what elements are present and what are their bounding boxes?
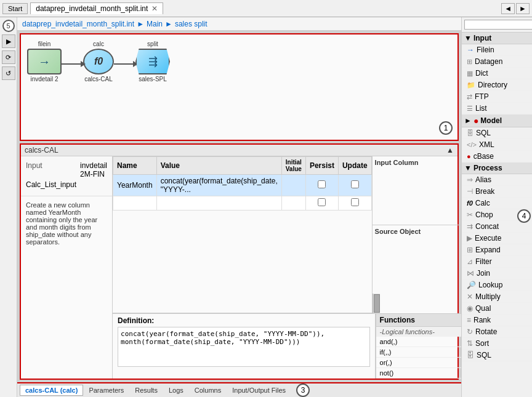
scroll-thumb[interactable]	[374, 294, 380, 313]
sql2-icon: 🗄	[467, 351, 474, 359]
func-category-logical: -Logical functions-	[376, 327, 461, 337]
nav-next-button[interactable]: ►	[516, 3, 530, 14]
right-panels-scrollbar[interactable]	[373, 294, 380, 313]
tab-columns[interactable]: Columns	[189, 385, 227, 396]
cell-value: concat(year(format_date(ship_date, "YYYY…	[156, 175, 281, 196]
cell-persist[interactable]	[305, 175, 338, 196]
calcs-collapse-icon[interactable]: ▲	[446, 146, 454, 154]
sidebar-category-model[interactable]: ► ● Model	[462, 114, 532, 127]
sidebar-category-input[interactable]: ▼ Input	[462, 33, 532, 44]
multiply-icon: ✕	[467, 292, 473, 301]
sidebar-item-lookup[interactable]: 🔎 Lookup	[462, 279, 532, 291]
label-5: 5	[2, 20, 15, 32]
tab-close-icon[interactable]: ✕	[151, 4, 158, 13]
sidebar-item-multiply[interactable]: ✕ Multiply	[462, 291, 532, 303]
nav-prev-button[interactable]: ◄	[501, 3, 515, 14]
sidebar-item-datagen[interactable]: ⊞ Datagen	[462, 56, 532, 68]
refresh-button[interactable]: ⟳	[2, 50, 15, 64]
col-update-header: Update	[338, 157, 371, 175]
sidebar-item-execute-label: Execute	[475, 234, 501, 243]
right-sidebar: 🔍 ▼ Input → Filein ⊞ Datagen ▦ Dict 📁	[461, 17, 532, 397]
right-panels: Input Column Source Object	[373, 156, 461, 313]
list-icon: ☰	[467, 105, 473, 113]
tab-results[interactable]: Results	[129, 385, 163, 396]
pipeline-area: filein → invdetail 2 calc f0 calcs-CAL	[21, 34, 457, 89]
table-section: Name Value Initial Value Persist Update	[113, 156, 373, 313]
calcs-input-row: Input invdetail 2M-FIN	[26, 161, 107, 178]
top-bar: Start dataprep_invdetail_month_split.int…	[0, 0, 532, 17]
sidebar-item-expand[interactable]: ⊞ Expand	[462, 244, 532, 256]
run-button[interactable]: ▶	[2, 34, 15, 48]
ftp-icon: ⇄	[467, 93, 472, 101]
sidebar-item-join[interactable]: ⋈ Join	[462, 268, 532, 279]
func-item-if[interactable]: if(,,)	[376, 347, 461, 358]
tab-logs[interactable]: Logs	[163, 385, 189, 396]
connector-2	[114, 63, 135, 65]
sidebar-item-filter[interactable]: ⊿ Filter	[462, 256, 532, 268]
sidebar-item-break[interactable]: ⊣ Break	[462, 186, 532, 198]
sidebar-item-xml[interactable]: </> XML	[462, 139, 532, 151]
sidebar-item-list[interactable]: ☰ List	[462, 103, 532, 114]
sidebar-item-ftp[interactable]: ⇄ FTP	[462, 91, 532, 103]
sidebar-item-filein[interactable]: → Filein	[462, 44, 532, 56]
cell-update-2[interactable]	[338, 196, 371, 211]
undo-button[interactable]: ↺	[2, 66, 15, 80]
cell-update[interactable]	[338, 175, 371, 196]
calc-shape: f0	[83, 49, 114, 74]
active-tab[interactable]: dataprep_invdetail_month_split.int ✕	[30, 2, 163, 14]
source-object-header: Source Object	[375, 228, 461, 235]
sidebar-item-alias[interactable]: ⇒ Alias	[462, 174, 532, 186]
sidebar-item-rank[interactable]: ≡ Rank	[462, 315, 532, 326]
cbase-icon: ●	[467, 153, 471, 160]
node-filein-top-label: filein	[38, 41, 51, 47]
filein-shape: →	[27, 49, 62, 74]
filein-icon: →	[467, 46, 474, 54]
sidebar-item-cbase[interactable]: ● cBase	[462, 151, 532, 162]
sidebar-item-execute[interactable]: ▶ Execute	[462, 233, 532, 244]
sidebar-item-directory[interactable]: 📁 Directory	[462, 79, 532, 91]
sidebar-item-join-label: Join	[477, 269, 490, 278]
bottom-tabs: calcs-CAL (calc) Parameters Results Logs…	[17, 382, 461, 397]
sidebar-item-sql2[interactable]: 🗄 SQL	[462, 350, 532, 361]
table-row[interactable]	[113, 196, 372, 211]
func-item-and[interactable]: and(,)	[376, 337, 461, 347]
input-column-panel: Input Column	[373, 156, 461, 225]
cell-persist-2[interactable]	[305, 196, 338, 211]
sidebar-item-concat[interactable]: ⇉ Concat	[462, 221, 532, 233]
pipeline-node-filein[interactable]: filein → invdetail 2	[27, 41, 62, 82]
sidebar-item-qual[interactable]: ◉ Qual	[462, 303, 532, 315]
func-item-or[interactable]: or(,)	[376, 358, 461, 368]
table-row[interactable]: YearMonth concat(year(format_date(ship_d…	[113, 175, 372, 196]
sidebar-item-rotate[interactable]: ↻ Rotate	[462, 326, 532, 338]
definition-label: Definition:	[118, 316, 370, 325]
sidebar-item-sort[interactable]: ⇅ Sort	[462, 338, 532, 350]
pipeline-node-split[interactable]: split ⇶ sales-SPL	[135, 41, 170, 82]
process-collapse-icon: ▼	[464, 164, 472, 172]
sidebar-item-calc[interactable]: f0 Calc	[462, 198, 532, 209]
pipeline-node-calc[interactable]: calc f0 calcs-CAL	[83, 41, 114, 82]
breadcrumb-main[interactable]: Main	[147, 20, 163, 28]
input-column-header: Input Column	[375, 159, 461, 166]
definition-code[interactable]: concat(year(format_date(ship_date, "YYYY…	[118, 327, 370, 367]
start-button[interactable]: Start	[2, 3, 28, 14]
sidebar-item-ftp-label: FTP	[475, 92, 489, 101]
arrow-1	[81, 61, 86, 67]
sidebar-item-sql[interactable]: 🗄 SQL	[462, 127, 532, 139]
search-input[interactable]	[464, 20, 532, 30]
tab-calcs-calc[interactable]: calcs-CAL (calc)	[20, 385, 83, 396]
func-item-not[interactable]: not()	[376, 368, 461, 379]
source-object-panel: Source Object	[373, 225, 461, 294]
chop-icon: ✂	[467, 211, 473, 219]
sidebar-category-process[interactable]: ▼ Process	[462, 162, 532, 174]
def-functions-row: Definition: concat(year(format_date(ship…	[113, 313, 461, 379]
xml-icon: </>	[467, 141, 477, 148]
cell-initial	[281, 175, 305, 196]
expand-icon: ⊞	[467, 246, 473, 254]
calcs-title-text: calcs-CAL	[25, 146, 58, 154]
sidebar-item-sort-label: Sort	[475, 339, 489, 348]
tab-io-files[interactable]: Input/Output Files	[227, 385, 291, 396]
tab-parameters[interactable]: Parameters	[83, 385, 129, 396]
breadcrumb-file[interactable]: dataprep_invdetail_month_split.int	[22, 20, 134, 28]
sidebar-item-dict[interactable]: ▦ Dict	[462, 68, 532, 79]
concat-icon: ⇉	[467, 222, 473, 231]
